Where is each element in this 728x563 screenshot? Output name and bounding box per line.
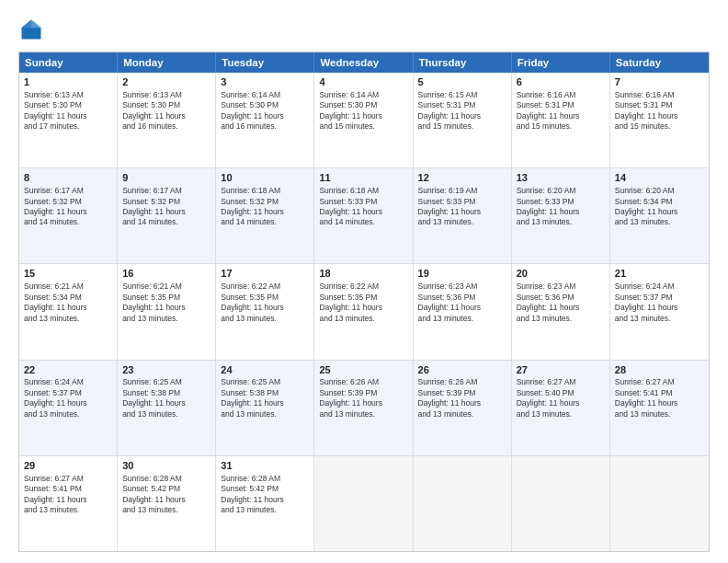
day-number: 26 bbox=[418, 363, 506, 377]
day-info: Sunset: 5:42 PM bbox=[122, 484, 180, 493]
day-number: 19 bbox=[418, 267, 506, 281]
day-number: 18 bbox=[319, 267, 407, 281]
day-info: and 13 minutes. bbox=[615, 314, 670, 323]
day-info: Sunset: 5:30 PM bbox=[24, 100, 82, 109]
day-info: Sunrise: 6:27 AM bbox=[615, 377, 675, 386]
day-number: 8 bbox=[24, 171, 112, 185]
day-number: 5 bbox=[418, 75, 506, 89]
day-info: Sunrise: 6:28 AM bbox=[221, 474, 280, 483]
day-info: Daylight: 11 hours bbox=[221, 207, 284, 216]
empty-cell bbox=[414, 456, 512, 551]
day-number: 9 bbox=[122, 171, 210, 185]
day-info: Daylight: 11 hours bbox=[319, 111, 382, 121]
day-number: 14 bbox=[615, 171, 704, 185]
day-cell-8: 8Sunrise: 6:17 AMSunset: 5:32 PMDaylight… bbox=[19, 168, 118, 263]
header-day-saturday: Saturday bbox=[610, 52, 709, 73]
day-info: and 15 minutes. bbox=[517, 121, 572, 131]
day-number: 22 bbox=[24, 363, 112, 377]
day-cell-28: 28Sunrise: 6:27 AMSunset: 5:41 PMDayligh… bbox=[610, 361, 709, 455]
day-info: and 15 minutes. bbox=[319, 121, 374, 131]
day-cell-3: 3Sunrise: 6:14 AMSunset: 5:30 PMDaylight… bbox=[216, 73, 314, 167]
day-info: Sunrise: 6:27 AM bbox=[24, 474, 84, 483]
day-number: 1 bbox=[24, 75, 112, 89]
day-info: and 13 minutes. bbox=[517, 314, 572, 323]
day-info: Sunset: 5:31 PM bbox=[517, 100, 574, 109]
day-info: Sunset: 5:42 PM bbox=[221, 484, 279, 493]
day-info: Sunset: 5:36 PM bbox=[517, 293, 574, 302]
day-info: Daylight: 11 hours bbox=[24, 207, 87, 216]
day-cell-20: 20Sunrise: 6:23 AMSunset: 5:36 PMDayligh… bbox=[512, 264, 610, 359]
day-info: Sunset: 5:34 PM bbox=[615, 197, 673, 206]
empty-cell bbox=[512, 456, 610, 551]
day-info: and 17 minutes. bbox=[24, 121, 79, 131]
day-cell-13: 13Sunrise: 6:20 AMSunset: 5:33 PMDayligh… bbox=[512, 168, 610, 263]
day-cell-7: 7Sunrise: 6:16 AMSunset: 5:31 PMDaylight… bbox=[610, 73, 709, 167]
day-number: 29 bbox=[24, 459, 112, 473]
day-number: 23 bbox=[122, 363, 210, 377]
day-cell-29: 29Sunrise: 6:27 AMSunset: 5:41 PMDayligh… bbox=[19, 456, 118, 551]
day-info: Sunset: 5:33 PM bbox=[319, 197, 377, 206]
day-info: Sunset: 5:35 PM bbox=[221, 293, 279, 302]
day-cell-15: 15Sunrise: 6:21 AMSunset: 5:34 PMDayligh… bbox=[19, 264, 118, 359]
day-info: Sunrise: 6:17 AM bbox=[122, 186, 182, 195]
day-info: Daylight: 11 hours bbox=[418, 398, 482, 408]
logo bbox=[18, 17, 48, 42]
day-cell-2: 2Sunrise: 6:13 AMSunset: 5:30 PMDaylight… bbox=[118, 73, 216, 167]
day-info: Sunset: 5:36 PM bbox=[418, 293, 476, 302]
day-info: Daylight: 11 hours bbox=[319, 207, 382, 216]
day-info: Sunset: 5:41 PM bbox=[615, 388, 673, 397]
day-info: and 13 minutes. bbox=[418, 314, 473, 323]
day-cell-1: 1Sunrise: 6:13 AMSunset: 5:30 PMDaylight… bbox=[19, 73, 118, 167]
day-info: Daylight: 11 hours bbox=[615, 398, 678, 408]
day-number: 20 bbox=[517, 267, 605, 281]
header bbox=[18, 17, 710, 42]
day-cell-11: 11Sunrise: 6:18 AMSunset: 5:33 PMDayligh… bbox=[314, 168, 413, 263]
day-info: Sunset: 5:37 PM bbox=[615, 293, 673, 302]
day-info: Daylight: 11 hours bbox=[221, 495, 284, 504]
day-info: and 13 minutes. bbox=[122, 409, 177, 419]
day-info: Daylight: 11 hours bbox=[418, 111, 482, 121]
day-info: and 13 minutes. bbox=[221, 314, 276, 323]
day-info: Sunrise: 6:22 AM bbox=[221, 282, 280, 291]
day-info: Sunset: 5:34 PM bbox=[24, 293, 82, 302]
calendar-week-1: 1Sunrise: 6:13 AMSunset: 5:30 PMDaylight… bbox=[19, 73, 709, 168]
day-info: and 13 minutes. bbox=[24, 505, 79, 514]
calendar: SundayMondayTuesdayWednesdayThursdayFrid… bbox=[18, 52, 710, 552]
day-cell-31: 31Sunrise: 6:28 AMSunset: 5:42 PMDayligh… bbox=[216, 456, 314, 551]
day-info: Sunrise: 6:14 AM bbox=[221, 90, 280, 99]
day-info: and 13 minutes. bbox=[122, 314, 177, 323]
day-info: Sunrise: 6:19 AM bbox=[418, 186, 478, 195]
day-number: 30 bbox=[122, 459, 210, 473]
day-info: Sunrise: 6:25 AM bbox=[122, 377, 182, 386]
day-info: Sunset: 5:40 PM bbox=[517, 388, 574, 397]
day-cell-22: 22Sunrise: 6:24 AMSunset: 5:37 PMDayligh… bbox=[19, 361, 118, 455]
day-number: 2 bbox=[122, 75, 210, 89]
calendar-header-row: SundayMondayTuesdayWednesdayThursdayFrid… bbox=[19, 52, 709, 73]
day-number: 31 bbox=[221, 459, 309, 473]
day-info: Daylight: 11 hours bbox=[517, 303, 580, 312]
day-number: 4 bbox=[319, 75, 407, 89]
day-info: Sunrise: 6:24 AM bbox=[615, 282, 675, 291]
day-info: Daylight: 11 hours bbox=[24, 398, 87, 408]
day-info: and 14 minutes. bbox=[122, 217, 177, 226]
day-info: Sunset: 5:38 PM bbox=[221, 388, 279, 397]
day-cell-27: 27Sunrise: 6:27 AMSunset: 5:40 PMDayligh… bbox=[512, 361, 610, 455]
day-info: Daylight: 11 hours bbox=[122, 398, 186, 408]
header-day-sunday: Sunday bbox=[19, 52, 118, 73]
day-cell-4: 4Sunrise: 6:14 AMSunset: 5:30 PMDaylight… bbox=[314, 73, 413, 167]
day-info: Sunrise: 6:17 AM bbox=[24, 186, 84, 195]
header-day-tuesday: Tuesday bbox=[216, 52, 314, 73]
day-info: Sunrise: 6:25 AM bbox=[221, 377, 280, 386]
day-info: Sunrise: 6:23 AM bbox=[517, 282, 576, 291]
day-info: Sunset: 5:32 PM bbox=[221, 197, 279, 206]
calendar-week-3: 15Sunrise: 6:21 AMSunset: 5:34 PMDayligh… bbox=[19, 264, 709, 360]
day-info: and 13 minutes. bbox=[24, 314, 79, 323]
day-info: and 13 minutes. bbox=[122, 505, 177, 514]
day-info: Sunrise: 6:16 AM bbox=[517, 90, 576, 99]
day-info: Sunrise: 6:15 AM bbox=[418, 90, 478, 99]
day-info: Daylight: 11 hours bbox=[418, 303, 482, 312]
day-info: Sunset: 5:39 PM bbox=[418, 388, 476, 397]
day-info: Sunrise: 6:24 AM bbox=[24, 377, 84, 386]
day-info: Sunset: 5:39 PM bbox=[319, 388, 377, 397]
day-info: Daylight: 11 hours bbox=[319, 398, 382, 408]
